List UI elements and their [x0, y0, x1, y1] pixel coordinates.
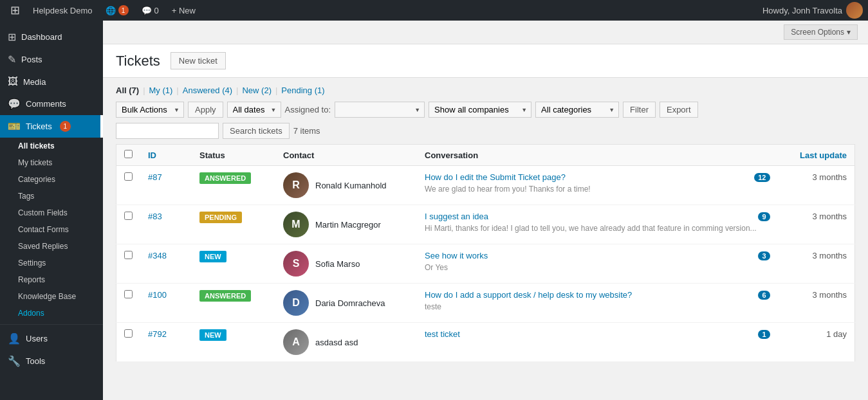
row-id-cell: #100 [140, 284, 192, 323]
conv-count: 3 [758, 251, 770, 260]
sidebar-item-dashboard[interactable]: ⊞ Dashboard [0, 26, 103, 48]
th-last-update[interactable]: Last update [778, 145, 855, 166]
conv-title-link[interactable]: How do I edit the Submit Ticket page? [425, 172, 749, 182]
row-checkbox[interactable] [124, 212, 133, 220]
conv-title: I suggest an idea 9 [425, 212, 770, 221]
filter-tab-pending[interactable]: Pending (1) [281, 86, 324, 95]
row-checkbox[interactable] [124, 329, 133, 338]
sidebar-item-comments[interactable]: 💬 Comments [0, 93, 103, 115]
row-checkbox-cell [116, 284, 141, 323]
categories-select[interactable]: All categories [535, 102, 619, 118]
companies-select[interactable]: Show all companies [429, 102, 531, 118]
sidebar-item-my-tickets[interactable]: My tickets [18, 154, 103, 171]
ticket-id[interactable]: #348 [148, 251, 167, 260]
contact-avatar: M [283, 212, 309, 237]
filter-tab-my[interactable]: My (1) [149, 86, 173, 95]
filter-button[interactable]: Filter [623, 102, 656, 118]
filter-tab-all[interactable]: All (7) [116, 86, 139, 95]
bulk-actions-select[interactable]: Bulk Actions [116, 102, 184, 118]
table-row: #792 NEW A asdasd asd test ticket 1 1 da… [116, 323, 855, 362]
users-icon: 👤 [8, 332, 21, 345]
row-checkbox[interactable] [124, 290, 133, 298]
sidebar-item-tags[interactable]: Tags [18, 188, 103, 205]
contact-cell: R Ronald Kumanhold [283, 172, 409, 198]
assigned-to-select[interactable] [335, 102, 425, 118]
sidebar-label-comments: Comments [26, 99, 66, 109]
export-button[interactable]: Export [660, 102, 698, 118]
status-badge: NEW [199, 251, 226, 262]
apply-button[interactable]: Apply [188, 102, 223, 118]
sidebar-item-all-tickets[interactable]: All tickets [18, 138, 103, 154]
conv-title-link[interactable]: See how it works [425, 251, 753, 260]
ticket-id[interactable]: #87 [148, 172, 162, 182]
sidebar-item-tickets[interactable]: 🎫 Tickets 1 [0, 115, 103, 138]
page-header: Tickets New ticket [103, 44, 868, 78]
row-checkbox-cell [116, 244, 141, 284]
sidebar-item-categories[interactable]: Categories [18, 171, 103, 188]
row-checkbox[interactable] [124, 172, 133, 181]
conv-title-link[interactable]: I suggest an idea [425, 212, 753, 221]
table-row: #83 PENDING M Martin Macgregor I suggest… [116, 205, 855, 244]
sidebar-item-contact-forms[interactable]: Contact Forms [18, 221, 103, 238]
sidebar-item-settings[interactable]: Settings [18, 255, 103, 271]
sidebar-item-reports[interactable]: Reports [18, 271, 103, 288]
filter-tabs: All (7) | My (1) | Answered (4) | New (2… [116, 86, 855, 95]
contact-forms-label: Contact Forms [18, 225, 69, 234]
row-checkbox[interactable] [124, 251, 133, 259]
globe-count: 1 [118, 5, 129, 15]
row-contact-cell: A asdasd asd [275, 323, 417, 362]
filter-tab-answered[interactable]: Answered (4) [183, 86, 232, 95]
sidebar-label-posts: Posts [21, 55, 42, 64]
last-update: 3 months [813, 172, 847, 182]
new-ticket-button[interactable]: New ticket [171, 52, 226, 69]
status-badge: NEW [199, 329, 226, 341]
user-greeting: Howdy, Jonh Travolta [762, 6, 842, 15]
wp-logo-item[interactable]: ⊞ [5, 0, 25, 21]
contact-name: Sofia Marso [315, 259, 360, 269]
site-name-item[interactable]: Helpdesk Demo [28, 0, 98, 21]
sep1: | [143, 86, 145, 95]
sidebar-item-media[interactable]: 🖼 Media [0, 71, 103, 93]
screen-options-button[interactable]: Screen Options ▾ [784, 24, 858, 40]
all-dates-select[interactable]: All dates [227, 102, 281, 118]
ticket-id[interactable]: #83 [148, 212, 162, 221]
sidebar-item-tools[interactable]: 🔧 Tools [0, 350, 103, 372]
filter-tab-new[interactable]: New (2) [242, 86, 272, 95]
globe-item[interactable]: 🌐 1 [100, 0, 134, 21]
tickets-submenu: All tickets My tickets Categories Tags C… [0, 138, 103, 322]
th-id[interactable]: ID [140, 145, 192, 166]
row-conv-cell: test ticket 1 [417, 323, 778, 362]
row-lastupdate-cell: 3 months [778, 284, 855, 323]
sidebar-item-addons[interactable]: Addons [18, 305, 103, 322]
items-count: 7 items [293, 126, 320, 136]
conv-title: How do I edit the Submit Ticket page? 12 [425, 172, 770, 182]
sidebar-item-custom-fields[interactable]: Custom Fields [18, 205, 103, 221]
sidebar-label-users: Users [26, 334, 48, 343]
sidebar-item-posts[interactable]: ✎ Posts [0, 48, 103, 71]
page-title: Tickets [116, 53, 160, 69]
contact-avatar: R [283, 172, 309, 198]
conv-count: 1 [758, 330, 770, 339]
comment-item[interactable]: 💬 0 [136, 0, 164, 21]
ticket-id[interactable]: #100 [148, 290, 167, 300]
contact-avatar: D [283, 290, 309, 316]
sidebar-item-saved-replies[interactable]: Saved Replies [18, 238, 103, 255]
conv-title-link[interactable]: test ticket [425, 329, 753, 339]
user-avatar [846, 2, 863, 19]
row-lastupdate-cell: 3 months [778, 205, 855, 244]
wp-icon: ⊞ [10, 3, 20, 17]
select-all-checkbox[interactable] [124, 150, 133, 158]
conv-title-link[interactable]: How do I add a support desk / help desk … [425, 290, 753, 300]
search-input[interactable] [116, 123, 219, 139]
sidebar-label-media: Media [23, 77, 46, 87]
conv-preview: Or Yes [425, 262, 770, 273]
sidebar-item-knowledge-base[interactable]: Knowledge Base [18, 288, 103, 305]
new-item[interactable]: + New [167, 0, 201, 21]
contact-name: Daria Domracheva [315, 298, 385, 308]
contact-avatar: A [283, 329, 309, 355]
sidebar-item-users[interactable]: 👤 Users [0, 327, 103, 350]
ticket-id[interactable]: #792 [148, 329, 167, 339]
row-conv-cell: How do I add a support desk / help desk … [417, 284, 778, 323]
conv-title: See how it works 3 [425, 251, 770, 260]
search-button[interactable]: Search tickets [223, 123, 290, 139]
